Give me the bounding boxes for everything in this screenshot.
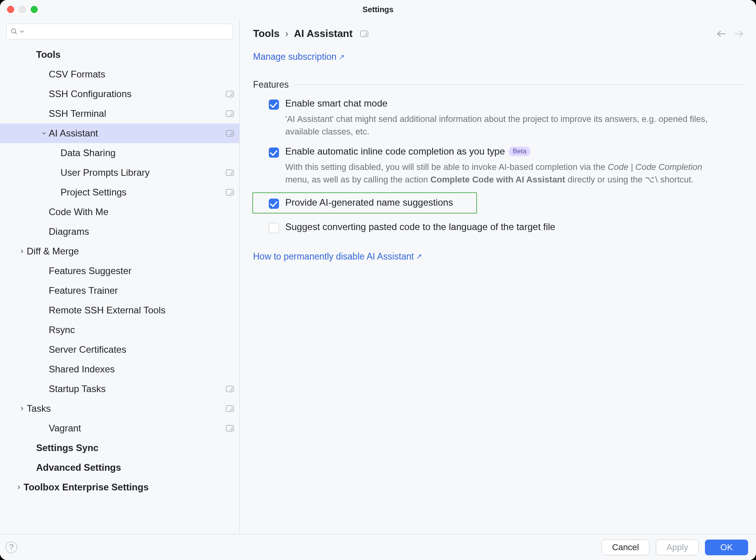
tree-item-advanced-settings[interactable]: Advanced Settings	[0, 458, 239, 477]
tree-label: Features Trainer	[49, 286, 234, 295]
option-title[interactable]: Suggest converting pasted code to the la…	[285, 221, 744, 232]
search-wrap	[0, 19, 239, 45]
link-label: Manage subscription	[253, 52, 336, 62]
tree-label: Advanced Settings	[36, 463, 234, 472]
tree-label: Shared Indexes	[49, 365, 234, 374]
tree-label: SSH Terminal	[49, 109, 223, 118]
option-convert-pasted: Suggest converting pasted code to the la…	[253, 221, 744, 233]
option-title[interactable]: Enable smart chat mode	[285, 98, 744, 109]
search-field[interactable]	[6, 24, 233, 39]
breadcrumb-separator: ›	[285, 28, 288, 40]
tree-label: AI Assistant	[49, 129, 223, 138]
tree-item-server-certificates[interactable]: Server Certificates	[0, 340, 239, 359]
tree-label: Tools	[36, 50, 234, 59]
tree-label: Diagrams	[49, 227, 234, 236]
forward-button[interactable]	[734, 30, 744, 38]
shortcut: ⌥\	[645, 175, 658, 184]
tree-item-ssh-configurations[interactable]: SSH Configurations	[0, 84, 239, 104]
tree-item-user-prompts-library[interactable]: User Prompts Library	[0, 163, 239, 182]
tree-label: Startup Tasks	[49, 384, 223, 394]
chevron-right-icon[interactable]	[14, 484, 24, 490]
option-title[interactable]: Provide AI-generated name suggestions	[285, 197, 471, 208]
scope-icon	[226, 425, 234, 431]
option-title-text: Enable automatic inline code completion …	[285, 146, 505, 157]
convert-pasted-checkbox[interactable]	[269, 223, 279, 233]
external-link-icon: ↗	[339, 53, 345, 61]
tree-label: SSH Configurations	[49, 89, 223, 99]
dialog-footer: ? Cancel Apply OK	[0, 534, 756, 560]
tree-label: Vagrant	[49, 424, 223, 433]
cancel-button[interactable]: Cancel	[602, 540, 650, 555]
chevron-right-icon[interactable]	[17, 406, 27, 411]
tree-item-toolbox-enterprise[interactable]: Toolbox Enterprise Settings	[0, 477, 239, 497]
settings-window: Settings Tools CSV Formats	[0, 0, 756, 560]
scope-icon	[226, 130, 234, 136]
tree-item-ai-assistant[interactable]: AI Assistant	[0, 123, 239, 143]
search-icon	[11, 28, 18, 35]
link-label: How to permanently disable AI Assistant	[253, 251, 414, 262]
help-button[interactable]: ?	[6, 542, 17, 553]
tree-label: Settings Sync	[36, 443, 234, 453]
tree-label: Project Settings	[61, 188, 223, 197]
tree-item-startup-tasks[interactable]: Startup Tasks	[0, 379, 239, 399]
scope-icon	[226, 189, 234, 195]
divider	[294, 85, 744, 85]
svg-line-1	[15, 33, 17, 34]
scope-icon	[360, 31, 368, 37]
tree-label: Code With Me	[49, 207, 234, 217]
manage-subscription-link[interactable]: Manage subscription ↗	[253, 52, 345, 62]
history-nav	[716, 30, 744, 38]
dropdown-icon[interactable]	[20, 29, 24, 33]
back-button[interactable]	[716, 30, 726, 38]
tree-item-vagrant[interactable]: Vagrant	[0, 418, 239, 438]
chevron-down-icon[interactable]	[39, 131, 49, 136]
tree-item-rsync[interactable]: Rsync	[0, 320, 239, 340]
scope-icon	[226, 405, 234, 412]
tree-item-code-with-me[interactable]: Code With Me	[0, 202, 239, 222]
tree-label: Remote SSH External Tools	[49, 306, 234, 315]
tree-item-shared-indexes[interactable]: Shared Indexes	[0, 359, 239, 379]
tree-label: Tasks	[27, 404, 223, 413]
option-title[interactable]: Enable automatic inline code completion …	[285, 146, 744, 157]
main-panel: Tools › AI Assistant Manage subscrip	[240, 19, 756, 534]
tree-item-data-sharing[interactable]: Data Sharing	[0, 143, 239, 163]
tree-label: CSV Formats	[49, 70, 234, 79]
tree-item-diff-merge[interactable]: Diff & Merge	[0, 241, 239, 261]
tree-item-diagrams[interactable]: Diagrams	[0, 222, 239, 241]
beta-badge: Beta	[509, 147, 530, 156]
tree-label: Features Suggester	[49, 266, 234, 276]
tree-item-settings-sync[interactable]: Settings Sync	[0, 438, 239, 458]
ok-button[interactable]: OK	[705, 540, 748, 555]
apply-button[interactable]: Apply	[656, 540, 699, 555]
features-section-header: Features	[253, 79, 744, 90]
how-to-disable-link[interactable]: How to permanently disable AI Assistant …	[253, 251, 422, 262]
settings-tree[interactable]: Tools CSV Formats SSH Configurations SSH…	[0, 45, 239, 534]
smart-chat-checkbox[interactable]	[269, 99, 279, 110]
scope-icon	[226, 169, 234, 176]
name-suggestions-checkbox[interactable]	[269, 199, 279, 209]
tree-item-csv-formats[interactable]: CSV Formats	[0, 64, 239, 84]
option-description: With this setting disabled, you will sti…	[285, 161, 725, 186]
tree-item-ssh-terminal[interactable]: SSH Terminal	[0, 104, 239, 123]
chevron-right-icon[interactable]	[17, 249, 27, 254]
section-title: Features	[253, 79, 289, 90]
scope-icon	[226, 111, 234, 117]
tree-label: Toolbox Enterprise Settings	[24, 483, 234, 492]
tree-section-tools[interactable]: Tools	[0, 45, 239, 64]
tree-item-tasks[interactable]: Tasks	[0, 399, 239, 418]
scope-icon	[226, 386, 234, 392]
tree-item-features-trainer[interactable]: Features Trainer	[0, 281, 239, 300]
breadcrumb-root[interactable]: Tools	[253, 28, 279, 40]
search-input[interactable]	[26, 27, 229, 37]
tree-item-project-settings[interactable]: Project Settings	[0, 182, 239, 202]
titlebar: Settings	[0, 0, 756, 19]
external-link-icon: ↗	[416, 252, 422, 261]
tree-label: Rsync	[49, 325, 234, 335]
breadcrumb: Tools › AI Assistant	[253, 28, 744, 40]
svg-point-0	[11, 29, 16, 33]
tree-item-features-suggester[interactable]: Features Suggester	[0, 261, 239, 281]
tree-item-remote-ssh-external-tools[interactable]: Remote SSH External Tools	[0, 300, 239, 320]
inline-completion-checkbox[interactable]	[269, 147, 279, 158]
scope-icon	[226, 91, 234, 97]
tree-label: User Prompts Library	[61, 168, 223, 177]
